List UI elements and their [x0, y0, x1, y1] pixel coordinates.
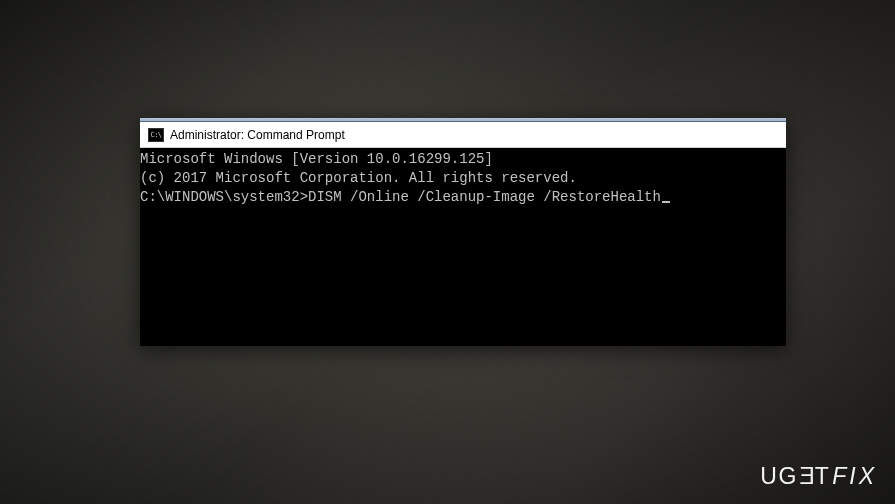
- console-command: DISM /Online /Cleanup-Image /RestoreHeal…: [308, 189, 661, 205]
- watermark-e: E: [798, 463, 815, 490]
- cursor: [662, 201, 670, 203]
- watermark-t: T: [815, 463, 831, 489]
- watermark-fix: FIX: [832, 463, 877, 489]
- console-prompt: C:\WINDOWS\system32>: [140, 189, 308, 205]
- title-bar[interactable]: C:\ Administrator: Command Prompt: [140, 122, 786, 148]
- console-prompt-line: C:\WINDOWS\system32>DISM /Online /Cleanu…: [140, 188, 786, 207]
- watermark-ug: UG: [760, 463, 798, 489]
- cmd-icon-label: C:\: [150, 131, 161, 139]
- command-prompt-window: C:\ Administrator: Command Prompt Micros…: [140, 118, 786, 346]
- console-line-version: Microsoft Windows [Version 10.0.16299.12…: [140, 150, 786, 169]
- console-line-copyright: (c) 2017 Microsoft Corporation. All righ…: [140, 169, 786, 188]
- cmd-icon: C:\: [148, 128, 164, 142]
- console-output[interactable]: Microsoft Windows [Version 10.0.16299.12…: [140, 148, 786, 346]
- watermark-logo: UGETFIX: [760, 463, 877, 490]
- window-title: Administrator: Command Prompt: [170, 128, 345, 142]
